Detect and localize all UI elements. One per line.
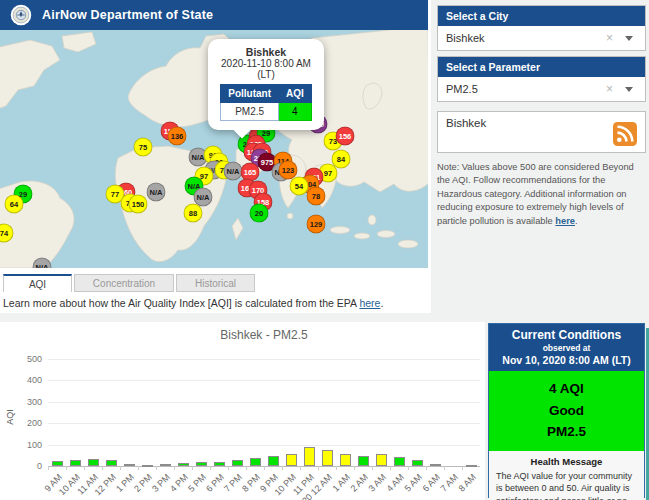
- aqi-bar: [232, 460, 243, 466]
- aqi-bar: [394, 457, 405, 466]
- popup-city: Bishkek: [212, 46, 320, 58]
- aqi-marker[interactable]: N/A: [147, 183, 166, 202]
- x-axis-tick: [48, 466, 49, 470]
- aqi-marker[interactable]: 78: [307, 187, 326, 206]
- aqi-bar: [196, 462, 207, 466]
- popup-pollutant-header: Pollutant: [221, 85, 279, 103]
- x-axis-tick: [120, 466, 121, 470]
- x-axis-tick: [372, 466, 373, 470]
- health-message-block: Health Message The AQI value for your co…: [489, 451, 644, 500]
- aqi-bar: [88, 459, 99, 466]
- current-aqi-pollutant: PM2.5: [489, 421, 644, 443]
- current-aqi-block: 4 AQI Good PM2.5: [489, 371, 644, 451]
- tab-bar: AQI Concentration Historical: [3, 274, 255, 292]
- note-text: Note: Values above 500 are considered Be…: [437, 162, 634, 226]
- beyond-aqi-note: Note: Values above 500 are considered Be…: [437, 161, 643, 228]
- chart-gridline: [48, 445, 480, 446]
- aqi-bar-chart: Bishkek - PM2.5 AQI 01002003004005009 AM…: [0, 322, 485, 500]
- popup-timezone: (LT): [212, 69, 320, 80]
- x-axis-tick: [282, 466, 283, 470]
- aqi-bar: [268, 456, 279, 466]
- aqi-marker[interactable]: 156: [336, 127, 355, 146]
- aqi-marker[interactable]: 136: [168, 127, 187, 146]
- aqi-marker[interactable]: 20: [250, 204, 269, 223]
- parameter-caret-icon[interactable]: [625, 87, 633, 92]
- x-axis-tick: [228, 466, 229, 470]
- parameter-clear-icon[interactable]: ×: [606, 82, 613, 96]
- x-axis-tick: [102, 466, 103, 470]
- parameter-select-value: PM2.5: [446, 83, 478, 95]
- aqi-bar: [412, 460, 423, 466]
- aqi-bar: [214, 462, 225, 466]
- aqi-marker[interactable]: 64: [5, 195, 24, 214]
- aqi-bar: [142, 465, 153, 467]
- aqi-marker[interactable]: 88: [184, 204, 203, 223]
- note-here-link[interactable]: here: [555, 216, 575, 226]
- city-clear-icon[interactable]: ×: [606, 31, 613, 45]
- aqi-marker[interactable]: 129: [307, 215, 326, 234]
- chart-gridline: [48, 380, 480, 381]
- aqi-marker[interactable]: 150: [129, 195, 148, 214]
- x-axis-tick: [264, 466, 265, 470]
- y-axis-tick-label: 400: [12, 375, 42, 385]
- x-axis-tick: [426, 466, 427, 470]
- map[interactable]: 296474N/A15613675N/A9299N/A77N/A97N/AN/A…: [0, 30, 428, 268]
- aqi-bar: [250, 458, 261, 466]
- x-axis-tick: [354, 466, 355, 470]
- x-axis-tick: [174, 466, 175, 470]
- x-axis-tick: [336, 466, 337, 470]
- x-axis-tick: [138, 466, 139, 470]
- rss-feed-box: Bishkek: [437, 111, 646, 153]
- chart-gridline: [48, 423, 480, 424]
- aqi-bar: [160, 464, 171, 466]
- current-aqi-category: Good: [489, 400, 644, 422]
- select-parameter-panel: Select a Parameter PM2.5 ×: [437, 56, 646, 102]
- popup-pollutant-value: PM2.5: [221, 103, 279, 121]
- city-select[interactable]: Bishkek ×: [438, 26, 645, 50]
- x-axis-tick: [210, 466, 211, 470]
- tab-aqi[interactable]: AQI: [3, 274, 72, 292]
- x-axis-tick: [192, 466, 193, 470]
- aqi-bar: [286, 454, 297, 466]
- learn-more-text: Learn more about how the Air Quality Ind…: [3, 297, 359, 309]
- city-caret-icon[interactable]: [625, 36, 633, 41]
- aqi-bar: [430, 464, 441, 466]
- observed-at-label: observed at: [491, 343, 642, 353]
- page-title: AirNow Department of State: [42, 8, 213, 22]
- aqi-bar: [124, 464, 135, 466]
- x-axis-tick: [84, 466, 85, 470]
- aqi-marker[interactable]: 75: [134, 138, 153, 157]
- rss-icon[interactable]: [613, 122, 637, 146]
- health-message-text: The AQI value for your community is betw…: [496, 470, 637, 500]
- aqi-bar: [466, 465, 477, 467]
- parameter-select[interactable]: PM2.5 ×: [438, 77, 645, 101]
- current-conditions-title: Current Conditions: [491, 328, 642, 342]
- x-axis-tick: [156, 466, 157, 470]
- aqi-marker[interactable]: 54: [290, 177, 309, 196]
- select-parameter-header: Select a Parameter: [438, 57, 645, 77]
- x-axis-tick: [246, 466, 247, 470]
- popup-aqi-value: 4: [279, 103, 312, 121]
- x-axis-tick: [462, 466, 463, 470]
- current-conditions-panel: Current Conditions observed at Nov 10, 2…: [488, 323, 645, 498]
- observed-datetime: Nov 10, 2020 8:00 AM (LT): [491, 354, 642, 366]
- tab-concentration[interactable]: Concentration: [74, 274, 174, 292]
- y-axis-tick-label: 300: [12, 397, 42, 407]
- airnow-dos-page: AirNow Department of State: [0, 0, 649, 500]
- chart-title: Bishkek - PM2.5: [48, 328, 480, 342]
- app-header: AirNow Department of State: [0, 0, 428, 30]
- x-axis-tick: [408, 466, 409, 470]
- y-axis-tick-label: 0: [12, 461, 42, 471]
- select-city-panel: Select a City Bishkek ×: [437, 5, 646, 51]
- popup-datetime: 2020-11-10 8:00 AM: [212, 58, 320, 69]
- select-city-header: Select a City: [438, 6, 645, 26]
- aqi-bar: [70, 460, 81, 466]
- tab-historical[interactable]: Historical: [176, 274, 255, 292]
- current-aqi-value: 4 AQI: [489, 378, 644, 400]
- aqi-bar: [106, 460, 117, 466]
- popup-aqi-header: AQI: [279, 85, 312, 103]
- x-axis-tick: [318, 466, 319, 470]
- learn-more-here-link[interactable]: here: [359, 297, 380, 309]
- aqi-bar: [376, 454, 387, 466]
- current-conditions-header: Current Conditions observed at Nov 10, 2…: [489, 324, 644, 371]
